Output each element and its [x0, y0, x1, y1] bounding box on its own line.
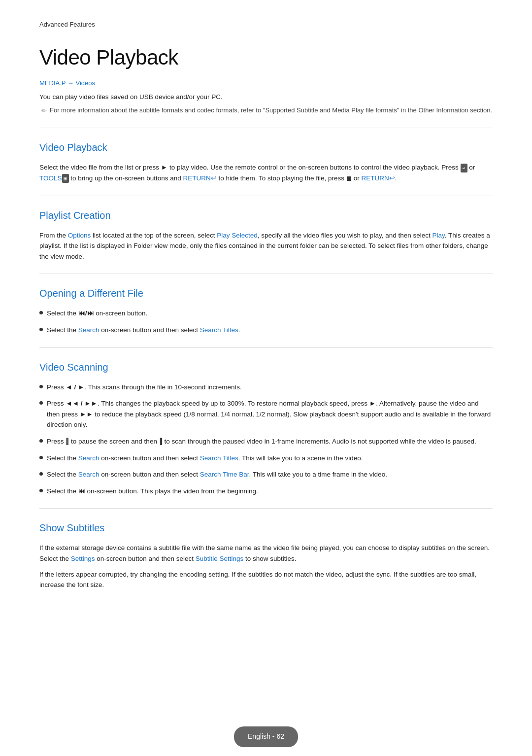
list-item-text: Select the ⏮ on-screen button. This play… [47, 486, 258, 497]
intro-text: You can play video files saved on USB de… [39, 92, 493, 103]
play-highlight: Play [432, 232, 444, 239]
note-text: For more information about the subtitle … [50, 105, 492, 115]
list-item: Select the ⏮ on-screen button. This play… [39, 486, 493, 497]
bullet-dot [39, 311, 43, 314]
section-title-playlist: Playlist Creation [39, 208, 493, 223]
section-title-opening-file: Opening a Different File [39, 286, 493, 301]
return-highlight: RETURN↩ [183, 174, 216, 182]
section-title-subtitles: Show Subtitles [39, 520, 493, 536]
bullet-dot [39, 439, 43, 443]
video-scanning-list: Press ◄ / ►. This scans through the file… [39, 382, 493, 497]
section-divider-3 [39, 274, 493, 274]
pencil-icon: ✏ [41, 106, 47, 116]
search-highlight2: Search [78, 454, 100, 462]
list-item: Select the Search on-screen button and t… [39, 469, 493, 480]
play-selected-highlight: Play Selected [217, 232, 258, 239]
section-divider [39, 128, 493, 128]
list-item-text: Press ‖ to pause the screen and then ‖ t… [47, 436, 476, 447]
opening-file-list: Select the ⏮/⏭ on-screen button. Select … [39, 308, 493, 335]
list-item: Select the Search on-screen button and t… [39, 325, 493, 336]
search-titles-highlight: Search Titles [200, 326, 238, 334]
search-highlight3: Search [78, 471, 100, 478]
video-playback-body: Select the video file from the list or p… [39, 162, 493, 183]
list-item: Select the ⏮/⏭ on-screen button. [39, 308, 493, 319]
bullet-dot [39, 401, 43, 405]
bullet-dot [39, 489, 43, 492]
search-titles-highlight2: Search Titles [200, 454, 238, 462]
list-item-text: Select the Search on-screen button and t… [47, 325, 240, 336]
footer-bar: English - 62 [0, 718, 532, 756]
breadcrumb-part1[interactable]: MEDIA.P [39, 79, 66, 87]
section-divider-5 [39, 508, 493, 509]
subtitles-body1: If the external storage device contains … [39, 543, 493, 564]
section-divider-2 [39, 196, 493, 196]
bullet-dot [39, 472, 43, 476]
bullet-dot [39, 328, 43, 331]
section-title-video-scanning: Video Scanning [39, 360, 493, 375]
playlist-body: From the Options list located at the top… [39, 230, 493, 262]
breadcrumb: MEDIA.P → Videos [39, 78, 493, 88]
stop-icon [347, 176, 351, 181]
section-divider-4 [39, 347, 493, 348]
footer-badge: English - 62 [234, 726, 298, 747]
return-highlight2: RETURN↩ [361, 174, 395, 182]
note-item: ✏ For more information about the subtitl… [39, 105, 493, 116]
search-highlight: Search [78, 326, 100, 334]
tools-highlight: TOOLS [39, 174, 62, 182]
breadcrumb-part2[interactable]: Videos [75, 79, 95, 87]
list-item-text: Press ◄◄ / ►►. This changes the playback… [47, 398, 493, 430]
return-icon: ↩ [461, 164, 467, 172]
list-item: Select the Search on-screen button and t… [39, 453, 493, 464]
list-item-text: Select the Search on-screen button and t… [47, 453, 363, 464]
list-item: Press ‖ to pause the screen and then ‖ t… [39, 436, 493, 447]
list-item: Press ◄◄ / ►►. This changes the playback… [39, 398, 493, 430]
page-title: Video Playback [39, 41, 493, 73]
tools-icon: ▣ [62, 174, 69, 183]
subtitles-body2: If the letters appear corrupted, try cha… [39, 569, 493, 590]
bullet-dot [39, 385, 43, 388]
search-timebar-highlight: Search Time Bar [200, 471, 249, 478]
breadcrumb-arrow: → [67, 79, 76, 87]
settings-highlight: Settings [71, 555, 95, 562]
list-item: Press ◄ / ►. This scans through the file… [39, 382, 493, 393]
bullet-dot [39, 456, 43, 459]
list-item-text: Select the ⏮/⏭ on-screen button. [47, 308, 147, 319]
list-item-text: Select the Search on-screen button and t… [47, 469, 387, 480]
options-highlight: Options [68, 232, 91, 239]
section-label: Advanced Features [39, 20, 493, 30]
list-item-text: Press ◄ / ►. This scans through the file… [47, 382, 242, 393]
subtitle-settings-highlight: Subtitle Settings [196, 555, 244, 562]
section-title-video-playback: Video Playback [39, 140, 493, 155]
